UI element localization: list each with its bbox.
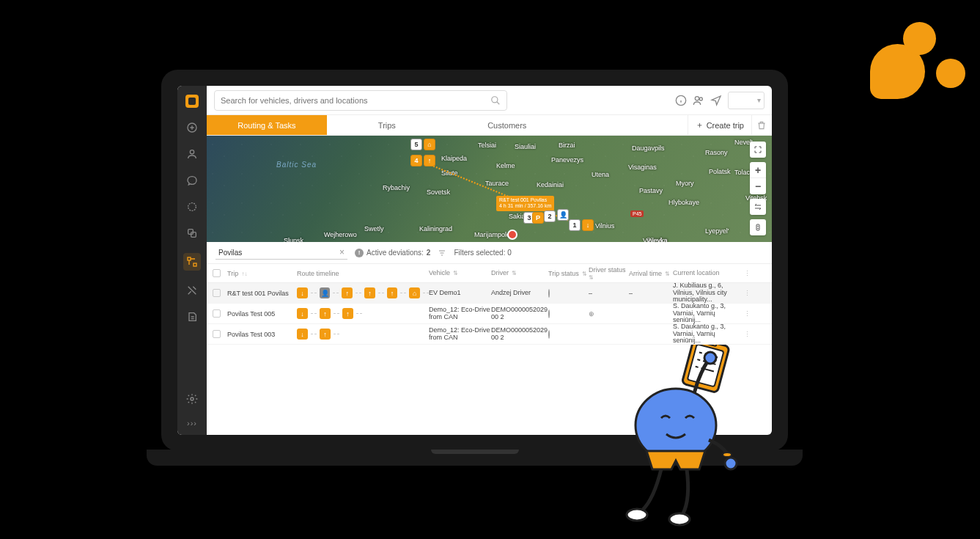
cell-driver: DEMO000005202900 2 xyxy=(491,327,548,342)
col-driver[interactable]: Driver ⇅ xyxy=(491,270,548,277)
expand-sidebar-button[interactable]: ››› xyxy=(187,419,197,428)
search-icon[interactable] xyxy=(490,95,501,106)
row-more-icon[interactable]: ⋮ xyxy=(743,310,751,318)
user-icon[interactable] xyxy=(185,147,199,161)
svg-point-7 xyxy=(191,397,194,400)
zoom-out-button[interactable]: − xyxy=(750,178,766,194)
svg-point-8 xyxy=(492,96,498,102)
svg-rect-12 xyxy=(756,224,759,230)
tab-trips[interactable]: Trips xyxy=(327,115,447,135)
cell-location: S. Daukanto g., 3, Varniai, Varnių seniū… xyxy=(673,323,743,345)
deviations-badge[interactable]: ! Active deviations: 2 xyxy=(355,249,430,257)
cell-timeline: ↓↑↑ xyxy=(297,308,429,319)
sort-icon: ↑↓ xyxy=(240,271,247,277)
city-label: Pastavy xyxy=(639,187,663,194)
table-row[interactable]: Povilas Test 003 ↓↑ Demo_12: Eco-Drive f… xyxy=(207,324,772,345)
dashboard-icon[interactable] xyxy=(185,121,199,134)
target-icon[interactable] xyxy=(185,200,199,213)
city-label: Marijampole xyxy=(474,231,510,238)
map-marker[interactable]: 3 xyxy=(523,212,535,224)
filter-value: Povilas xyxy=(218,249,335,257)
timeline-step-icon: ↓ xyxy=(297,287,308,298)
layers-button[interactable] xyxy=(750,199,766,215)
col-vehicle[interactable]: Vehicle ⇅ xyxy=(429,270,491,277)
city-label: Birzai xyxy=(559,142,575,149)
map-marker[interactable]: 5 xyxy=(410,139,422,150)
city-label: Tolachi xyxy=(734,169,755,176)
tools-icon[interactable] xyxy=(185,284,199,297)
col-more-icon[interactable]: ⋮ xyxy=(743,270,751,277)
routing-icon[interactable] xyxy=(183,253,201,271)
row-more-icon[interactable]: ⋮ xyxy=(743,331,751,338)
status-icon xyxy=(548,309,550,318)
col-trip[interactable]: Trip ↑↓ xyxy=(227,270,297,277)
tab-customers[interactable]: Customers xyxy=(447,115,567,135)
map-marker-up-icon[interactable]: ↑ xyxy=(424,155,435,166)
map-marker[interactable]: 2 xyxy=(544,210,556,222)
cell-location: J. Kubiliaus g., 6, Vilnius, Vilnius cit… xyxy=(673,282,743,304)
city-label: Vileyka xyxy=(646,237,668,242)
table-row[interactable]: R&T test 001 Povilas ↓👤↑↑↑⌂ EV Demo1 And… xyxy=(207,283,772,304)
filter-icon[interactable] xyxy=(438,249,446,257)
users-icon[interactable] xyxy=(693,95,704,106)
row-checkbox[interactable] xyxy=(213,289,221,297)
city-label: Sovetsk xyxy=(427,188,450,196)
city-label: Panevezys xyxy=(551,156,583,164)
language-select[interactable]: ▾ xyxy=(728,92,765,109)
city-label: Klaipeda xyxy=(441,155,467,162)
row-checkbox[interactable] xyxy=(213,330,221,338)
row-checkbox[interactable] xyxy=(213,309,221,318)
city-label: Rasony xyxy=(705,149,728,156)
col-arrival[interactable]: Arrival time ⇅ xyxy=(629,270,673,277)
clear-filter-icon[interactable]: × xyxy=(339,247,345,257)
cell-arrival: – xyxy=(629,290,673,297)
sea-label: Baltic Sea xyxy=(276,161,317,169)
info-icon[interactable] xyxy=(675,95,687,106)
search-input[interactable] xyxy=(221,96,490,105)
chat-icon[interactable] xyxy=(185,174,199,187)
timeline-dash xyxy=(334,313,339,314)
svg-point-23 xyxy=(669,513,690,525)
table-row[interactable]: Povilas Test 005 ↓↑↑ Demo_12: Eco-Drive … xyxy=(207,304,772,324)
route-line xyxy=(425,162,568,221)
map-pin-icon[interactable] xyxy=(507,230,517,240)
city-label: Kaliningrad xyxy=(419,225,452,232)
select-all-checkbox[interactable] xyxy=(213,269,221,277)
deviations-label: Active deviations: xyxy=(366,249,424,257)
row-more-icon[interactable]: ⋮ xyxy=(743,290,751,297)
timeline-dash xyxy=(311,313,317,314)
map-marker-park-icon[interactable]: P xyxy=(532,212,544,224)
delete-button[interactable] xyxy=(751,115,772,135)
map-marker-bed-icon[interactable]: ⌂ xyxy=(424,139,435,150)
location-arrow-icon[interactable] xyxy=(710,95,722,106)
map-marker[interactable]: 1 xyxy=(569,219,581,231)
col-trip-status[interactable]: Trip status ⇅ xyxy=(548,270,589,277)
create-trip-button[interactable]: ＋Create trip xyxy=(688,115,751,135)
reports-icon[interactable] xyxy=(185,310,199,323)
col-driver-status[interactable]: Driver status ⇅ xyxy=(589,266,629,281)
map-marker-user-icon[interactable]: 👤 xyxy=(557,209,569,221)
table-header: Trip ↑↓ Route timeline Vehicle ⇅ Driver … xyxy=(207,264,772,283)
fullscreen-button[interactable] xyxy=(750,142,766,158)
city-label: Swetly xyxy=(364,225,384,232)
svg-point-11 xyxy=(699,98,702,100)
timeline-step-icon: ↓ xyxy=(297,308,308,319)
filter-input[interactable]: Povilas × xyxy=(215,246,347,260)
city-label: Nevel' xyxy=(734,139,753,146)
col-timeline: Route timeline xyxy=(297,270,429,277)
map[interactable]: Baltic Sea Nevel'RasonyTolachiKlaipedaTe… xyxy=(207,136,772,242)
tab-routing[interactable]: Routing & Tasks xyxy=(207,115,327,135)
timeline-dash xyxy=(423,293,429,293)
svg-rect-6 xyxy=(194,263,196,266)
route-subtitle: 4 h 31 min / 357.16 km xyxy=(499,203,551,209)
zoom-in-button[interactable]: + xyxy=(750,162,766,178)
traffic-button[interactable] xyxy=(750,219,766,235)
timeline-step-icon: ↑ xyxy=(364,287,375,298)
cell-vehicle: Demo_12: Eco-Drive from CAN xyxy=(429,307,491,321)
map-marker-down-icon[interactable]: ↓ xyxy=(582,219,594,231)
cell-trip-status xyxy=(548,331,589,338)
topbar: ▾ xyxy=(207,86,772,115)
settings-icon[interactable] xyxy=(185,392,199,406)
map-marker[interactable]: 4 xyxy=(410,155,422,166)
copy-icon[interactable] xyxy=(185,227,199,240)
